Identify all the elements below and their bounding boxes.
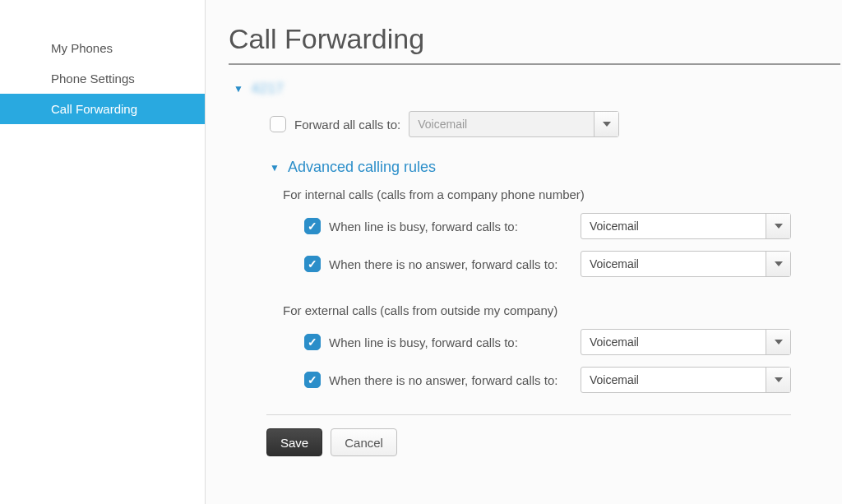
sidebar: My Phones Phone Settings Call Forwarding	[0, 0, 205, 504]
sidebar-item-call-forwarding[interactable]: Call Forwarding	[0, 94, 205, 124]
external-no-answer-select[interactable]: Voicemail	[581, 367, 791, 393]
internal-no-answer-select[interactable]: Voicemail	[581, 251, 791, 277]
forward-all-select-value: Voicemail	[418, 118, 467, 131]
internal-busy-row: When line is busy, forward calls to: Voi…	[304, 213, 842, 239]
internal-no-answer-checkbox[interactable]	[304, 256, 321, 272]
line-header[interactable]: ▼ 4217	[234, 81, 842, 96]
external-calls-title: For external calls (calls from outside m…	[283, 303, 842, 317]
forward-all-label: Forward all calls to:	[294, 118, 400, 132]
advanced-rules-title: Advanced calling rules	[288, 159, 436, 176]
action-buttons: Save Cancel	[266, 428, 842, 456]
internal-calls-group: For internal calls (calls from a company…	[283, 187, 842, 277]
external-no-answer-row: When there is no answer, forward calls t…	[304, 367, 842, 393]
forward-all-row: Forward all calls to: Voicemail	[270, 111, 842, 137]
chevron-down-icon	[766, 252, 790, 276]
line-section: ▼ 4217 Forward all calls to: Voicemail ▼…	[229, 81, 842, 456]
chevron-down-icon	[766, 368, 790, 392]
page-title: Call Forwarding	[229, 23, 842, 55]
external-no-answer-select-value: Voicemail	[590, 373, 639, 386]
button-divider	[266, 414, 791, 415]
line-label: 4217	[252, 81, 285, 96]
sidebar-item-my-phones[interactable]: My Phones	[0, 33, 205, 63]
advanced-rules-header[interactable]: ▼ Advanced calling rules	[270, 159, 842, 176]
internal-no-answer-row: When there is no answer, forward calls t…	[304, 251, 842, 277]
internal-busy-label: When line is busy, forward calls to:	[329, 220, 572, 234]
external-busy-select-value: Voicemail	[590, 335, 639, 349]
chevron-down-icon	[766, 330, 790, 354]
cancel-button[interactable]: Cancel	[331, 428, 397, 456]
chevron-down-icon	[594, 112, 618, 136]
sidebar-item-phone-settings[interactable]: Phone Settings	[0, 63, 205, 94]
forward-all-select[interactable]: Voicemail	[409, 111, 619, 137]
internal-no-answer-select-value: Voicemail	[590, 257, 639, 270]
external-no-answer-label: When there is no answer, forward calls t…	[329, 373, 572, 387]
title-divider	[229, 63, 840, 65]
chevron-down-icon	[766, 214, 790, 238]
save-button[interactable]: Save	[266, 428, 322, 456]
internal-no-answer-label: When there is no answer, forward calls t…	[329, 257, 572, 271]
internal-busy-select-value: Voicemail	[590, 220, 639, 233]
main-content: Call Forwarding ▼ 4217 Forward all calls…	[205, 0, 842, 504]
external-busy-checkbox[interactable]	[304, 334, 321, 350]
external-busy-row: When line is busy, forward calls to: Voi…	[304, 329, 842, 355]
external-busy-label: When line is busy, forward calls to:	[329, 335, 572, 349]
external-busy-select[interactable]: Voicemail	[581, 329, 791, 355]
internal-calls-title: For internal calls (calls from a company…	[283, 187, 842, 201]
internal-busy-select[interactable]: Voicemail	[581, 213, 791, 239]
forward-all-checkbox[interactable]	[270, 116, 286, 132]
internal-busy-checkbox[interactable]	[304, 218, 321, 234]
external-calls-group: For external calls (calls from outside m…	[283, 303, 842, 393]
chevron-down-icon: ▼	[270, 162, 280, 173]
external-no-answer-checkbox[interactable]	[304, 372, 321, 388]
chevron-down-icon: ▼	[234, 83, 243, 95]
